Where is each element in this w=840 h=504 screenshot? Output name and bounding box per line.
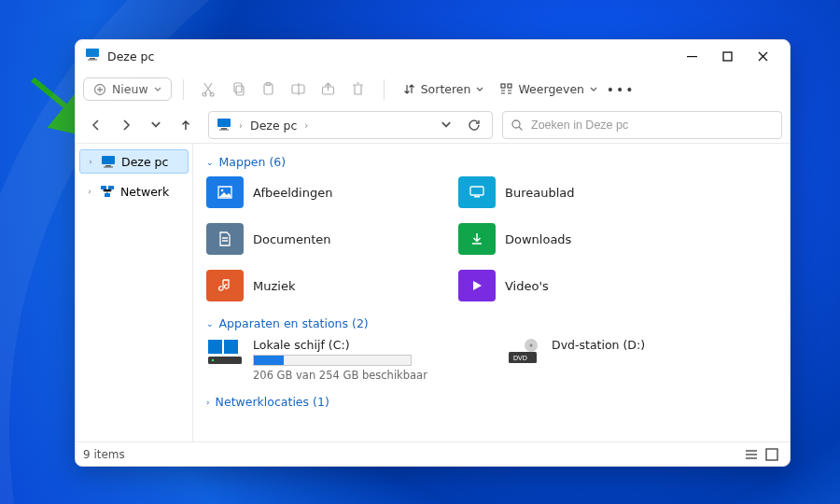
copy-button[interactable] (225, 76, 253, 104)
folder-item[interactable]: Video's (458, 270, 654, 301)
caret-icon: › (86, 157, 95, 166)
svg-rect-19 (219, 129, 229, 130)
minimize-button[interactable] (674, 42, 709, 70)
explorer-window: Deze pc Nieuw Sorteren Weergeven ••• (75, 39, 791, 467)
sidebar-item-network[interactable]: › Netwerk (79, 179, 189, 203)
status-bar: 9 items (76, 441, 790, 466)
svg-rect-38 (766, 449, 777, 460)
svg-rect-17 (217, 119, 231, 127)
sort-label: Sorteren (421, 82, 471, 96)
section-header-folders[interactable]: ⌄ Mappen (6) (206, 155, 780, 169)
svg-point-20 (512, 120, 520, 128)
svg-rect-10 (236, 86, 244, 95)
folder-item[interactable]: Documenten (206, 223, 402, 255)
navbar: › Deze pc › (76, 107, 790, 143)
svg-text:DVD: DVD (513, 355, 527, 361)
back-button[interactable] (83, 112, 109, 138)
folder-item[interactable]: Bureaublad (458, 176, 654, 208)
svg-rect-16 (508, 84, 511, 88)
drive-space-text: 206 GB van 254 GB beschikbaar (253, 369, 427, 382)
view-icon (500, 83, 512, 95)
folder-item[interactable]: Muziek (206, 270, 402, 301)
more-button[interactable]: ••• (607, 76, 635, 104)
history-dropdown[interactable] (143, 112, 169, 138)
folder-icon (206, 223, 244, 255)
section-header-network-locations[interactable]: › Netwerklocaties (1) (206, 395, 780, 409)
folder-icon (458, 270, 496, 301)
details-view-button[interactable] (741, 444, 762, 465)
forward-button[interactable] (113, 112, 139, 138)
svg-point-35 (530, 344, 533, 347)
maximize-button[interactable] (709, 42, 745, 70)
item-count: 9 items (83, 448, 125, 461)
drive-label: Dvd-station (D:) (552, 338, 645, 352)
address-dropdown[interactable] (434, 112, 458, 138)
address-bar[interactable]: › Deze pc › (208, 111, 493, 139)
svg-rect-4 (687, 56, 697, 57)
drive-label: Lokale schijf (C:) (253, 338, 427, 352)
folder-icon (458, 223, 496, 255)
section-header-label: Apparaten en stations (2) (219, 316, 369, 330)
svg-rect-22 (105, 165, 111, 167)
svg-rect-1 (86, 49, 99, 57)
caret-icon: ⌄ (206, 319, 214, 329)
folder-item[interactable]: Afbeeldingen (206, 176, 402, 208)
view-button[interactable]: Weergeven (493, 78, 605, 100)
chevron-right-icon: › (304, 120, 308, 131)
sidebar-item-this-pc[interactable]: › Deze pc (79, 149, 189, 174)
folder-icon (206, 176, 244, 208)
drive-local-c[interactable]: Lokale schijf (C:) 206 GB van 254 GB bes… (206, 338, 449, 382)
toolbar: Nieuw Sorteren Weergeven ••• (76, 72, 790, 107)
svg-rect-30 (208, 340, 222, 354)
chevron-right-icon: › (239, 120, 243, 131)
rename-button[interactable] (285, 76, 313, 104)
close-button[interactable] (745, 42, 780, 70)
folder-icon (458, 176, 496, 208)
section-header-devices[interactable]: ⌄ Apparaten en stations (2) (206, 316, 780, 330)
divider (384, 79, 385, 100)
folder-label: Documenten (253, 232, 331, 246)
svg-point-27 (221, 189, 224, 192)
this-pc-icon (101, 154, 116, 169)
svg-rect-5 (723, 52, 732, 61)
svg-rect-29 (474, 196, 480, 198)
sort-icon (403, 83, 415, 95)
search-box[interactable] (502, 111, 782, 139)
search-input[interactable] (531, 119, 774, 132)
caret-icon: ⌄ (206, 158, 214, 167)
folder-label: Video's (505, 279, 549, 293)
folder-item[interactable]: Downloads (458, 223, 654, 255)
folder-label: Downloads (505, 232, 571, 246)
body: › Deze pc › Netwerk ⌄ Mappen (6) Afbeeld… (76, 143, 790, 441)
delete-button[interactable] (344, 76, 372, 104)
chevron-down-icon (154, 86, 161, 93)
nav-pane: › Deze pc › Netwerk (76, 144, 193, 441)
new-button-label: Nieuw (112, 82, 148, 96)
drive-space-bar (253, 355, 412, 366)
svg-rect-31 (224, 340, 238, 354)
up-button[interactable] (173, 112, 199, 138)
tiles-view-button[interactable] (762, 444, 782, 465)
svg-point-33 (212, 359, 215, 362)
paste-button[interactable] (255, 76, 283, 104)
this-pc-icon (85, 47, 100, 65)
sort-button[interactable]: Sorteren (396, 78, 492, 100)
breadcrumb-item[interactable]: Deze pc (250, 119, 297, 133)
divider (183, 79, 184, 100)
refresh-button[interactable] (462, 112, 486, 138)
caret-icon: › (206, 398, 210, 407)
share-button[interactable] (315, 76, 343, 104)
new-button[interactable]: Nieuw (83, 77, 172, 101)
svg-rect-26 (105, 193, 110, 197)
search-icon (511, 119, 524, 132)
this-pc-icon (217, 117, 231, 134)
plus-circle-icon (93, 83, 106, 96)
drive-dvd-d[interactable]: DVD Dvd-station (D:) (505, 338, 748, 382)
section-header-label: Netwerklocaties (1) (216, 395, 329, 409)
chevron-down-icon (476, 86, 483, 93)
network-icon (100, 184, 115, 199)
folder-label: Bureaublad (505, 186, 575, 200)
cut-button[interactable] (195, 76, 223, 104)
svg-rect-23 (104, 167, 113, 168)
svg-rect-25 (108, 186, 114, 189)
